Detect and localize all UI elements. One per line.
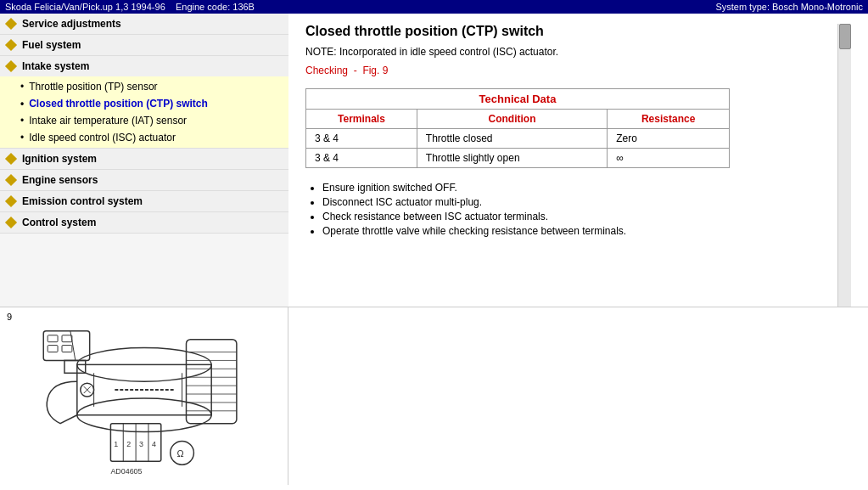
diamond-icon-control (5, 217, 17, 228)
sidebar-section-label-control: Control system (22, 217, 96, 228)
scrollbar-track[interactable] (837, 24, 851, 307)
sidebar-section-ignition: Ignition system (0, 149, 288, 170)
svg-text:AD04605: AD04605 (110, 467, 142, 476)
sidebar-item-ctp-switch[interactable]: Closed throttle position (CTP) switch (0, 95, 288, 112)
table-title: Technical Data (306, 89, 730, 110)
top-header: Skoda Felicia/Van/Pick.up 1,3 1994-96 En… (0, 0, 868, 14)
content-checking: Checking - Fig. 9 (305, 65, 837, 76)
sidebar-section-fuel: Fuel system (0, 35, 288, 56)
col-header-resistance: Resistance (608, 110, 730, 129)
sidebar-section-header-ignition[interactable]: Ignition system (0, 149, 288, 169)
diamond-icon-fuel (5, 39, 17, 51)
sidebar-item-tp-sensor[interactable]: Throttle position (TP) sensor (0, 78, 288, 95)
content-area: Closed throttle position (CTP) switch NO… (288, 14, 868, 307)
col-header-condition: Condition (417, 110, 607, 129)
cell-condition-1: Throttle closed (417, 129, 607, 149)
col-header-terminals: Terminals (306, 110, 417, 129)
svg-text:Ω: Ω (176, 448, 183, 459)
svg-text:2: 2 (126, 440, 131, 448)
instructions-list: Ensure ignition switched OFF. Disconnect… (322, 182, 837, 237)
diamond-icon-emission (5, 195, 17, 207)
sidebar-section-header-emission[interactable]: Emission control system (0, 191, 288, 211)
sidebar-item-isc-actuator[interactable]: Idle speed control (ISC) actuator (0, 129, 288, 146)
sidebar-section-header-service[interactable]: Service adjustments (0, 14, 288, 34)
sidebar-section-content-intake: Throttle position (TP) sensor Closed thr… (0, 76, 288, 148)
cell-terminals-1: 3 & 4 (306, 129, 417, 149)
sidebar-section-header-fuel[interactable]: Fuel system (0, 35, 288, 55)
sidebar-section-label-intake: Intake system (22, 60, 89, 72)
sidebar-section-header-engine-sensors[interactable]: Engine sensors (0, 170, 288, 190)
main-layout: Service adjustments Fuel system Intake s… (0, 14, 868, 485)
sidebar-section-label-engine-sensors: Engine sensors (22, 174, 98, 186)
instruction-item: Disconnect ISC actuator multi-plug. (322, 196, 837, 208)
sidebar-section-engine-sensors: Engine sensors (0, 170, 288, 191)
sidebar-section-control: Control system (0, 212, 288, 234)
sidebar-section-intake: Intake system Throttle position (TP) sen… (0, 56, 288, 149)
cell-resistance-2: ∞ (608, 149, 730, 168)
sidebar-section-label-service: Service adjustments (22, 18, 121, 30)
sidebar-section-service: Service adjustments (0, 14, 288, 35)
svg-text:1: 1 (114, 440, 118, 448)
sidebar-section-label-ignition: Ignition system (22, 153, 97, 165)
table-row: 3 & 4 Throttle slightly open ∞ (306, 149, 730, 168)
diamond-icon-intake (5, 60, 17, 72)
scrollbar-thumb[interactable] (839, 24, 851, 49)
svg-text:3: 3 (139, 440, 143, 448)
sidebar-section-header-control[interactable]: Control system (0, 212, 288, 233)
fig-label: 9 (7, 312, 12, 322)
throttle-diagram: 1 2 3 4 Ω AD04605 (17, 314, 272, 478)
header-right: System type: Bosch Mono-Motronic (715, 2, 863, 12)
diamond-icon (5, 18, 17, 30)
diagram-area: 9 (0, 307, 288, 485)
sidebar-section-emission: Emission control system (0, 191, 288, 212)
cell-resistance-1: Zero (608, 129, 730, 149)
cell-condition-2: Throttle slightly open (417, 149, 607, 168)
sidebar: Service adjustments Fuel system Intake s… (0, 14, 288, 307)
instruction-item: Operate throttle valve while checking re… (322, 225, 837, 237)
sidebar-section-header-intake[interactable]: Intake system (0, 56, 288, 76)
diamond-icon-ignition (5, 153, 17, 165)
content-note: NOTE: Incorporated in idle speed control… (305, 46, 837, 58)
instruction-item: Check resistance between ISC actuator te… (322, 211, 837, 222)
diamond-icon-engine-sensors (5, 174, 17, 186)
svg-text:4: 4 (151, 440, 155, 448)
header-left: Skoda Felicia/Van/Pick.up 1,3 1994-96 En… (5, 2, 255, 12)
bottom-right-area (288, 307, 868, 485)
fig-link[interactable]: Fig. 9 (362, 65, 388, 76)
instruction-item: Ensure ignition switched OFF. (322, 182, 837, 194)
sidebar-section-label-emission: Emission control system (22, 195, 143, 207)
page-title: Closed throttle position (CTP) switch (305, 24, 837, 39)
cell-terminals-2: 3 & 4 (306, 149, 417, 168)
sidebar-section-label-fuel: Fuel system (22, 39, 81, 51)
sidebar-item-iat-sensor[interactable]: Intake air temperature (IAT) sensor (0, 112, 288, 129)
technical-data-table: Technical Data Terminals Condition Resis… (305, 88, 730, 168)
table-row: 3 & 4 Throttle closed Zero (306, 129, 730, 149)
